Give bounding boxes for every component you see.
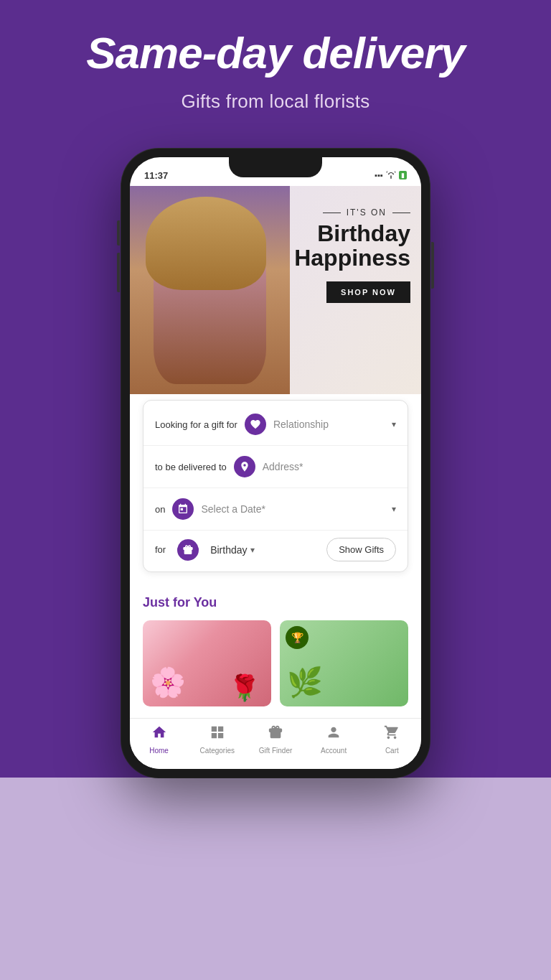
occasion-value: Birthday <box>210 544 247 556</box>
account-label: Account <box>321 747 347 755</box>
on-label: on <box>155 504 165 515</box>
product-grid <box>143 620 408 706</box>
relationship-select[interactable]: Relationship ▾ <box>273 419 396 430</box>
heart-icon <box>245 414 266 435</box>
side-button-volume-up <box>117 220 120 246</box>
side-button-volume-down <box>117 253 120 292</box>
filter-row-occasion: for Birthday ▾ Show Gifts <box>143 531 408 569</box>
filter-row-relationship[interactable]: Looking for a gift for Relationship ▾ <box>143 403 408 446</box>
award-badge <box>286 626 309 649</box>
gift-icon <box>177 539 199 561</box>
cart-label: Cart <box>385 747 399 755</box>
for-label: for <box>155 544 166 555</box>
phone-frame: 11:37 ▪▪▪ ▮ <box>121 149 430 778</box>
account-icon <box>326 724 342 745</box>
banner-line-left <box>323 213 341 213</box>
nav-item-gift-finder[interactable]: Gift Finder <box>254 724 297 755</box>
nav-item-home[interactable]: Home <box>138 724 181 755</box>
filter-card: Looking for a gift for Relationship ▾ to… <box>143 400 408 572</box>
occasion-select[interactable]: Birthday ▾ <box>210 544 326 556</box>
date-select[interactable]: Select a Date* ▾ <box>201 503 396 515</box>
phone-notch <box>229 157 322 177</box>
status-time: 11:37 <box>144 170 168 181</box>
nav-item-cart[interactable]: Cart <box>370 724 413 755</box>
hero-section: Same-day delivery Gifts from local flori… <box>0 0 551 134</box>
banner-line-right <box>392 213 410 213</box>
show-gifts-button[interactable]: Show Gifts <box>326 538 396 561</box>
home-label: Home <box>149 747 169 755</box>
jfy-section: Just for You <box>130 584 421 718</box>
bottom-background <box>0 778 551 980</box>
side-button-power <box>431 242 434 289</box>
nav-item-account[interactable]: Account <box>312 724 355 755</box>
gift-finder-label: Gift Finder <box>259 747 293 755</box>
status-icons: ▪▪▪ ▮ <box>375 171 407 180</box>
jfy-title: Just for You <box>143 595 408 610</box>
delivered-to-label: to be delivered to <box>155 462 227 472</box>
battery-icon: ▮ <box>399 171 407 179</box>
home-icon <box>151 724 167 745</box>
banner-person-image <box>130 186 290 394</box>
banner-heading: Birthday Happiness <box>294 222 410 270</box>
categories-icon <box>209 724 225 745</box>
date-placeholder: Select a Date* <box>201 503 265 515</box>
phone-screen: 11:37 ▪▪▪ ▮ <box>130 157 421 769</box>
wifi-icon <box>386 171 396 180</box>
filter-section: Looking for a gift for Relationship ▾ to… <box>130 400 421 584</box>
chevron-down-icon-2: ▾ <box>392 504 396 514</box>
chevron-down-icon-3: ▾ <box>250 545 255 555</box>
nav-item-categories[interactable]: Categories <box>196 724 239 755</box>
shop-now-button[interactable]: SHOP NOW <box>326 281 410 303</box>
address-input[interactable]: Address* <box>263 461 396 472</box>
banner-its-on: IT'S ON <box>294 207 410 218</box>
bottom-nav: Home Categories Gift Finder <box>130 718 421 769</box>
product-card-plant[interactable] <box>280 620 408 706</box>
filter-row-date[interactable]: on Select a Date* ▾ <box>143 488 408 531</box>
svg-point-0 <box>390 177 392 178</box>
filter-row-address[interactable]: to be delivered to Address* <box>143 446 408 488</box>
gift-for-label: Looking for a gift for <box>155 419 237 430</box>
product-card-flowers[interactable] <box>143 620 271 706</box>
phone-mockup: 11:37 ▪▪▪ ▮ <box>121 149 430 778</box>
hero-subtitle: Gifts from local florists <box>22 90 529 113</box>
banner-its-on-text: IT'S ON <box>347 207 387 218</box>
relationship-placeholder: Relationship <box>273 419 329 430</box>
hero-title: Same-day delivery <box>22 29 529 78</box>
gift-finder-icon <box>268 724 283 745</box>
calendar-icon <box>172 498 194 520</box>
banner-text: IT'S ON Birthday Happiness SHOP NOW <box>294 207 410 303</box>
location-icon <box>234 456 255 477</box>
signal-icon: ▪▪▪ <box>375 171 383 179</box>
banner-area: IT'S ON Birthday Happiness SHOP NOW <box>130 186 421 394</box>
cart-icon <box>384 724 400 745</box>
chevron-down-icon: ▾ <box>392 419 396 429</box>
categories-label: Categories <box>200 747 235 755</box>
